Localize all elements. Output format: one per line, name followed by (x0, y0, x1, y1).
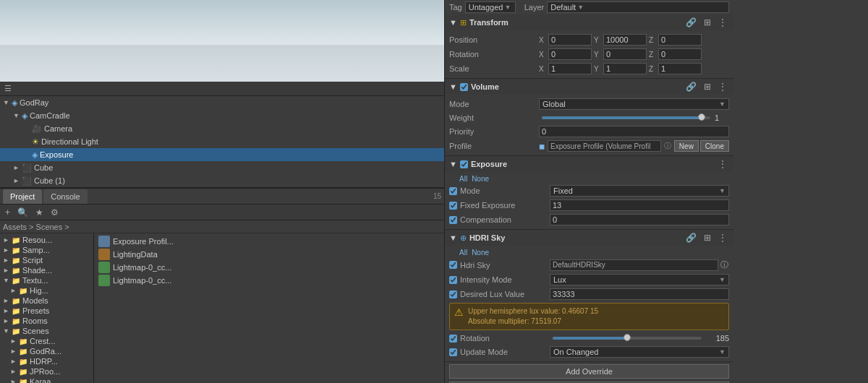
asset-left-panel: ► 📁 Resou... ► 📁 Samp... ► 📁 Script ► 📁 … (0, 233, 94, 383)
volume-link-icon[interactable]: 🔗 (684, 81, 699, 92)
asset-left-item[interactable]: ► 📁 Rooms (0, 316, 93, 326)
exposure-menu-icon[interactable]: ⋮ (716, 158, 729, 170)
hdri-sky-checkbox[interactable] (449, 261, 457, 269)
bottom-panel: Project Console 15 + 🔍 ★ ⚙ Assets > Scen… (0, 188, 444, 383)
asset-right-item[interactable]: Exposure Profil... (94, 235, 444, 248)
compensation-checkbox[interactable] (449, 216, 457, 224)
volume-priority-row: Priority (445, 124, 733, 139)
folder-icon: 📁 (12, 236, 20, 244)
tab-project[interactable]: Project (3, 189, 42, 204)
asset-right-item[interactable]: LightingData (94, 248, 444, 261)
exposure-header[interactable]: ▼ Exposure ⋮ (445, 156, 733, 172)
intensity-mode-value: Lux ▼ (550, 274, 729, 285)
volume-weight-slider[interactable] (542, 116, 710, 119)
asset-left-item[interactable]: ► 📁 Presets (0, 306, 93, 316)
intensity-mode-dropdown[interactable]: Lux ▼ (550, 274, 729, 285)
rotation-x[interactable] (548, 48, 592, 60)
fixed-exposure-checkbox[interactable] (449, 202, 457, 210)
tag-dropdown[interactable]: Untagged ▼ (465, 1, 516, 13)
asset-left-item[interactable]: ► 📁 Crest... (0, 336, 93, 346)
asset-left-item[interactable]: ▼ 📁 Scenes (0, 326, 93, 336)
fixed-exposure-input[interactable] (550, 199, 729, 211)
volume-priority-input[interactable] (539, 126, 729, 137)
bottom-tabs: Project Console 15 (0, 189, 444, 205)
position-z[interactable] (658, 34, 702, 46)
scale-xyz: X Y Z (539, 63, 729, 74)
rotation-z[interactable] (658, 48, 702, 60)
desired-lux-checkbox[interactable] (449, 291, 457, 298)
tab-console[interactable]: Console (43, 189, 87, 204)
rotation-y[interactable] (603, 48, 647, 60)
hier-item-godray[interactable]: ▼ ◈ GodRay (0, 96, 444, 109)
star-icon[interactable]: ★ (33, 207, 46, 218)
exposure-mode-dropdown-arrow: ▼ (719, 187, 726, 194)
hdri-sky-info-icon[interactable]: ⓘ (720, 259, 729, 271)
hdri-sky-link-icon[interactable]: 🔗 (684, 232, 699, 244)
asset-left-item[interactable]: ► 📁 Resou... (0, 235, 93, 245)
hdri-sky-header[interactable]: ▼ ⊕ HDRI Sky 🔗 ⊞ ⋮ (445, 230, 733, 246)
hdri-all-toggle[interactable]: All (459, 249, 467, 257)
hdri-rotation-checkbox[interactable] (449, 335, 457, 343)
exposure-mode-dropdown[interactable]: Fixed ▼ (550, 185, 729, 197)
update-mode-checkbox[interactable] (449, 348, 457, 356)
hdri-none-toggle[interactable]: None (472, 249, 489, 257)
desired-lux-input[interactable] (550, 288, 729, 300)
scene-view[interactable] (0, 0, 444, 82)
exposure-enabled-checkbox[interactable] (460, 160, 468, 168)
asset-label-0: Exposure Profil... (113, 237, 174, 246)
volume-menu-icon[interactable]: ⋮ (716, 81, 729, 92)
hier-item-cube[interactable]: ► ⬛ Cube (0, 161, 444, 174)
hier-item-camcradle[interactable]: ▼ ◈ CamCradle (0, 109, 444, 122)
exposure-mode-checkbox[interactable] (449, 187, 457, 195)
asset-left-item[interactable]: ► 📁 GodRa... (0, 346, 93, 356)
hdri-sky-asset-field[interactable]: DefaultHDRISky (550, 259, 718, 271)
asset-left-item[interactable]: ► 📁 Karaa... (0, 376, 93, 383)
transform-settings-icon[interactable]: ⊞ (702, 17, 713, 28)
asset-left-item[interactable]: ► 📁 Shade... (0, 265, 93, 275)
scale-z[interactable] (658, 63, 702, 74)
asset-left-item[interactable]: ► 📁 JPRoo... (0, 366, 93, 376)
layer-dropdown[interactable]: Default ▼ (547, 1, 729, 13)
exposure-all-toggle[interactable]: All (459, 175, 467, 183)
scale-y[interactable] (603, 63, 647, 74)
hdri-rotation-slider[interactable] (553, 337, 702, 340)
scale-x[interactable] (548, 63, 592, 74)
hier-icon-dirlight: ☀ (32, 137, 39, 147)
volume-expand-icon[interactable]: ⊞ (702, 81, 713, 92)
position-x[interactable] (548, 34, 592, 46)
position-row: Position X Y Z (445, 33, 733, 47)
asset-left-item[interactable]: ► 📁 Samp... (0, 245, 93, 255)
compensation-input[interactable] (550, 214, 729, 225)
new-profile-button[interactable]: New (674, 140, 699, 152)
transform-menu-icon[interactable]: ⋮ (716, 17, 729, 28)
intensity-mode-checkbox[interactable] (449, 276, 457, 284)
asset-left-item[interactable]: ► 📁 Models (0, 296, 93, 306)
asset-left-item[interactable]: ► 📁 Script (0, 255, 93, 265)
transform-header[interactable]: ▼ ⊞ Transform 🔗 ⊞ ⋮ (445, 14, 733, 30)
hier-item-dirlight[interactable]: ☀ Directional Light (0, 135, 444, 148)
hier-item-exposure[interactable]: ◈ Exposure (0, 148, 444, 161)
add-asset-button[interactable]: + (3, 207, 12, 218)
hdri-sky-menu-icon[interactable]: ⋮ (716, 232, 729, 244)
clone-profile-button[interactable]: Clone (700, 140, 729, 152)
volume-enabled-checkbox[interactable] (460, 83, 468, 91)
hier-item-cube1[interactable]: ► ⬛ Cube (1) (0, 174, 444, 187)
exposure-none-toggle[interactable]: None (472, 175, 489, 183)
volume-mode-dropdown[interactable]: Global ▼ (539, 98, 729, 110)
hier-item-camera[interactable]: 🎥 Camera (0, 122, 444, 135)
volume-header[interactable]: ▼ Volume 🔗 ⊞ ⋮ (445, 79, 733, 95)
position-y[interactable] (603, 34, 647, 46)
asset-right-item[interactable]: Lightmap-0_cc... (94, 261, 444, 274)
asset-left-item[interactable]: ► 📁 HDRP... (0, 356, 93, 366)
asset-left-item[interactable]: ► 📁 Hig... (0, 285, 93, 296)
add-override-button[interactable]: Add Override (449, 364, 729, 379)
exposure-all-none: All None (445, 174, 733, 184)
profile-asset-field[interactable]: Exposure Profile (Volume Profil (548, 140, 661, 152)
search-icon[interactable]: 🔍 (15, 207, 30, 218)
update-mode-dropdown[interactable]: On Changed ▼ (550, 346, 729, 358)
asset-right-item[interactable]: Lightmap-0_cc... (94, 274, 444, 287)
transform-link-icon[interactable]: 🔗 (684, 17, 699, 28)
asset-left-item[interactable]: ▼ 📁 Textu... (0, 275, 93, 285)
hdri-sky-expand-icon[interactable]: ⊞ (702, 232, 713, 244)
gear-icon[interactable]: ⚙ (48, 207, 61, 218)
